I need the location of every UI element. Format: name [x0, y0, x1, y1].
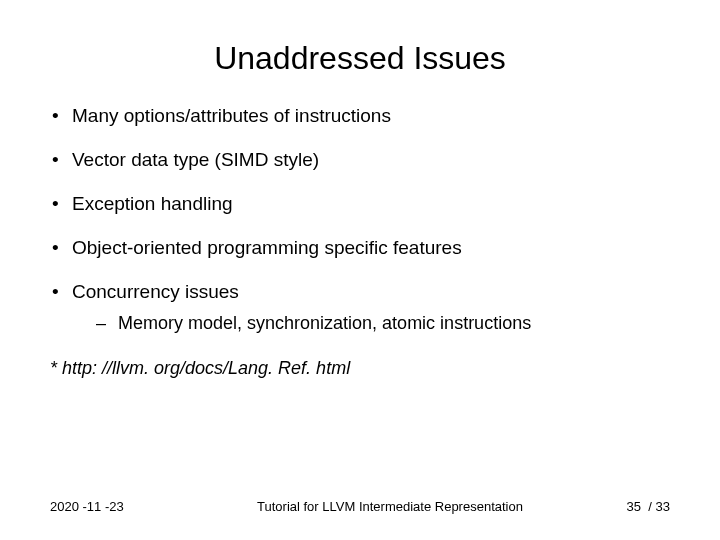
bullet-text: Exception handling [72, 193, 233, 214]
sub-bullet-list: Memory model, synchronization, atomic in… [72, 313, 670, 334]
bullet-list: Many options/attributes of instructions … [50, 105, 670, 334]
bullet-text: Object-oriented programming specific fea… [72, 237, 462, 258]
slide: Unaddressed Issues Many options/attribut… [0, 0, 720, 540]
sub-bullet-item: Memory model, synchronization, atomic in… [72, 313, 670, 334]
footer-pages: 35 / 33 [590, 499, 670, 514]
bullet-item: Concurrency issues Memory model, synchro… [50, 281, 670, 334]
page-total: / 33 [648, 499, 670, 514]
footer: 2020 -11 -23 Tutorial for LLVM Intermedi… [0, 499, 720, 514]
bullet-item: Object-oriented programming specific fea… [50, 237, 670, 259]
page-number: 35 [627, 499, 641, 514]
footer-date: 2020 -11 -23 [50, 499, 190, 514]
footnote: * http: //llvm. org/docs/Lang. Ref. html [50, 358, 670, 379]
slide-title: Unaddressed Issues [50, 40, 670, 77]
bullet-item: Many options/attributes of instructions [50, 105, 670, 127]
footer-title: Tutorial for LLVM Intermediate Represent… [190, 499, 590, 514]
bullet-text: Many options/attributes of instructions [72, 105, 391, 126]
bullet-item: Exception handling [50, 193, 670, 215]
bullet-item: Vector data type (SIMD style) [50, 149, 670, 171]
bullet-text: Concurrency issues [72, 281, 239, 302]
bullet-text: Vector data type (SIMD style) [72, 149, 319, 170]
